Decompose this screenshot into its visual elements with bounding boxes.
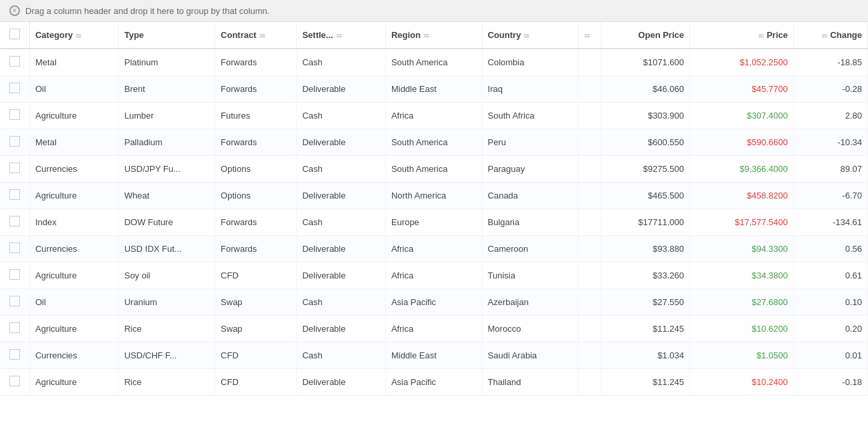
row-checkbox[interactable] (9, 296, 20, 306)
row-change: -18.85 (793, 49, 867, 76)
region-filter-icon[interactable]: ⚌ (423, 31, 429, 39)
th-openprice[interactable]: Open Price (601, 22, 689, 49)
row-checkbox-cell[interactable] (0, 209, 29, 236)
drag-bar-label: Drag a column header and drop it here to… (25, 6, 269, 16)
th-checkbox[interactable] (0, 22, 29, 49)
row-price: $17,577.5400 (689, 209, 793, 236)
row-category: Index (29, 209, 118, 236)
row-category: Currencies (29, 156, 118, 183)
row-empty (579, 49, 601, 76)
row-checkbox-cell[interactable] (0, 129, 29, 156)
empty-filter-icon[interactable]: ⚌ (584, 31, 590, 39)
drag-drop-bar: Drag a column header and drop it here to… (0, 0, 868, 22)
th-country[interactable]: Country ⚌ (482, 22, 579, 49)
row-checkbox-cell[interactable] (0, 49, 29, 76)
row-country: Iraq (482, 76, 579, 103)
row-category: Metal (29, 129, 118, 156)
th-type[interactable]: Type (119, 22, 215, 49)
row-checkbox-cell[interactable] (0, 156, 29, 183)
row-checkbox[interactable] (9, 349, 20, 360)
row-settle: Deliverable (297, 183, 385, 209)
row-price: $10.6200 (689, 316, 793, 342)
row-price: $9,366.4000 (689, 156, 793, 183)
row-checkbox-cell[interactable] (0, 183, 29, 209)
row-contract: Futures (215, 103, 297, 129)
row-checkbox[interactable] (9, 189, 20, 200)
th-category-label: Category (35, 30, 73, 40)
row-category: Agriculture (29, 262, 118, 289)
row-change: -0.28 (793, 76, 867, 103)
table-row: Metal Platinum Forwards Cash South Ameri… (0, 49, 868, 76)
row-checkbox-cell[interactable] (0, 316, 29, 342)
contract-filter-icon[interactable]: ⚌ (259, 31, 265, 39)
row-type: USD IDX Fut... (119, 236, 215, 262)
row-price: $590.6600 (689, 129, 793, 156)
th-type-label: Type (124, 30, 143, 40)
row-country: Azerbaijan (482, 289, 579, 316)
th-empty: ⚌ (579, 22, 601, 49)
row-change: 0.56 (793, 236, 867, 262)
row-empty (579, 129, 601, 156)
table-row: Agriculture Rice Swap Deliverable Africa… (0, 316, 868, 342)
row-checkbox-cell[interactable] (0, 76, 29, 103)
settle-filter-icon[interactable]: ⚌ (336, 31, 342, 39)
country-filter-icon[interactable]: ⚌ (523, 31, 529, 39)
row-checkbox-cell[interactable] (0, 369, 29, 396)
th-price[interactable]: ⚌ Price (689, 22, 793, 49)
row-change: 0.61 (793, 262, 867, 289)
row-type: Uranium (119, 289, 215, 316)
row-category: Agriculture (29, 103, 118, 129)
row-country: South Africa (482, 103, 579, 129)
row-settle: Cash (297, 289, 385, 316)
table-row: Metal Palladium Forwards Deliverable Sou… (0, 129, 868, 156)
row-country: Colombia (482, 49, 579, 76)
row-checkbox-cell[interactable] (0, 103, 29, 129)
row-region: Middle East (385, 342, 482, 369)
th-change[interactable]: ⚌ Change (793, 22, 867, 49)
row-checkbox-cell[interactable] (0, 262, 29, 289)
row-settle: Deliverable (297, 316, 385, 342)
row-category: Metal (29, 49, 118, 76)
row-checkbox[interactable] (9, 216, 20, 226)
drag-icon (9, 5, 20, 16)
row-settle: Cash (297, 156, 385, 183)
th-region-label: Region (391, 30, 421, 40)
row-checkbox[interactable] (9, 56, 20, 67)
row-contract: Forwards (215, 76, 297, 103)
category-filter-icon[interactable]: ⚌ (75, 31, 81, 39)
row-checkbox[interactable] (9, 242, 20, 253)
th-settle[interactable]: Settle... ⚌ (297, 22, 385, 49)
row-contract: Forwards (215, 236, 297, 262)
openprice-filter-icon[interactable]: ⚌ (758, 31, 764, 39)
table-header-row: Category ⚌ Type Contract ⚌ (0, 22, 868, 49)
table-row: Agriculture Soy oil CFD Deliverable Afri… (0, 262, 868, 289)
table-row: Agriculture Lumber Futures Cash Africa S… (0, 103, 868, 129)
row-type: Soy oil (119, 262, 215, 289)
row-empty (579, 316, 601, 342)
row-contract: CFD (215, 262, 297, 289)
row-checkbox-cell[interactable] (0, 289, 29, 316)
th-contract[interactable]: Contract ⚌ (215, 22, 297, 49)
row-contract: Forwards (215, 49, 297, 76)
row-empty (579, 76, 601, 103)
price-filter-icon[interactable]: ⚌ (821, 31, 827, 39)
row-checkbox[interactable] (9, 269, 20, 280)
row-empty (579, 103, 601, 129)
row-region: Asia Pacific (385, 369, 482, 396)
row-empty (579, 236, 601, 262)
row-checkbox-cell[interactable] (0, 236, 29, 262)
th-category[interactable]: Category ⚌ (29, 22, 118, 49)
row-checkbox[interactable] (9, 322, 20, 333)
th-region[interactable]: Region ⚌ (385, 22, 482, 49)
row-openprice: $600.550 (601, 129, 689, 156)
row-checkbox[interactable] (9, 83, 20, 93)
row-change: 89.07 (793, 156, 867, 183)
row-checkbox-cell[interactable] (0, 342, 29, 369)
row-checkbox[interactable] (9, 376, 20, 386)
row-country: Cameroon (482, 236, 579, 262)
row-category: Agriculture (29, 183, 118, 209)
row-checkbox[interactable] (9, 136, 20, 147)
row-checkbox[interactable] (9, 109, 20, 120)
row-checkbox[interactable] (9, 163, 20, 173)
select-all-checkbox[interactable] (9, 29, 20, 39)
